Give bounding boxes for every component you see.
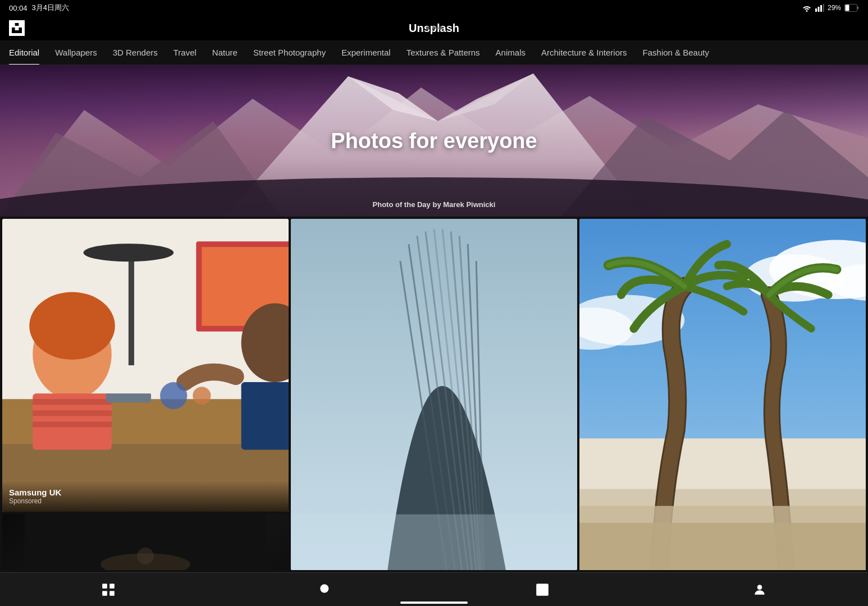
status-date: 3月4日周六 [32,3,69,13]
battery-percent: 29% [828,4,841,12]
svg-rect-1 [817,7,819,12]
signal-icon [815,4,824,12]
svg-rect-62 [579,523,866,570]
nav-editorial[interactable]: Editorial [9,40,47,65]
svg-rect-64 [109,584,115,589]
svg-rect-0 [815,8,817,12]
nav-experimental[interactable]: Experimental [334,40,399,65]
svg-point-34 [84,244,174,261]
svg-rect-26 [33,421,112,427]
add-icon [535,582,550,597]
bottom-nav-profile[interactable] [743,577,776,602]
category-nav: Editorial Wallpapers 3D Renders Travel N… [0,40,868,65]
hero-section: Photos for everyone Photo of the Day by … [0,65,868,217]
app-header: Unsplash [0,16,868,40]
palm-svg [579,219,866,570]
dark-scene-svg [2,514,289,570]
office-scene-svg [2,219,289,512]
bottom-nav-add[interactable] [526,577,559,602]
svg-rect-65 [102,591,107,596]
photo-card-1-main[interactable]: Samsung UK Sponsored [2,219,289,512]
dot-3 [438,26,442,30]
nav-street-photography[interactable]: Street Photography [245,40,334,65]
photo-card-1[interactable]: Samsung UK Sponsored [2,219,289,570]
svg-rect-28 [241,382,289,449]
photo-grid: Samsung UK Sponsored [0,217,868,572]
battery-icon [844,4,859,12]
home-photos-icon [101,582,116,597]
sponsor-name: Samsung UK [9,488,282,497]
building-svg [291,219,577,570]
svg-rect-25 [33,410,112,416]
svg-rect-52 [291,515,577,570]
photo-bg-1 [2,219,289,512]
svg-rect-35 [106,393,151,402]
status-left: 00:04 3月4日周六 [9,3,69,13]
svg-line-68 [328,591,332,595]
bottom-nav-home[interactable] [92,577,125,602]
more-dots[interactable] [426,26,442,30]
search-icon [318,582,333,597]
svg-point-40 [137,548,154,564]
svg-rect-33 [129,252,134,365]
hero-caption-prefix: Photo of the Day by [373,200,444,209]
photo-card-3[interactable] [579,219,866,570]
svg-rect-2 [820,5,822,12]
svg-point-36 [160,382,187,409]
nav-3d-renders[interactable]: 3D Renders [105,40,166,65]
svg-point-22 [29,292,115,360]
unsplash-logo[interactable] [9,20,25,36]
photo-bg-2 [291,219,577,570]
svg-point-67 [320,584,328,593]
bottom-nav-search[interactable] [309,577,342,602]
sponsor-label: Sponsored [9,497,282,505]
logo-svg [12,23,22,33]
svg-rect-5 [846,5,849,11]
svg-point-72 [757,585,762,590]
profile-icon [752,582,767,597]
photo-bg-3 [579,219,866,570]
svg-point-37 [193,387,211,405]
photo-card-2[interactable] [291,219,577,570]
hero-caption: Photo of the Day by Marek Piwnicki [373,200,496,209]
photo-bg-dark [2,514,289,570]
home-indicator [400,602,468,604]
hero-caption-author: Marek Piwnicki [443,200,495,209]
photo-card-1-lower[interactable] [2,514,289,570]
svg-rect-63 [102,584,107,589]
nav-nature[interactable]: Nature [204,40,245,65]
dot-1 [426,26,430,30]
nav-fashion-beauty[interactable]: Fashion & Beauty [635,40,717,65]
svg-rect-66 [109,591,115,596]
nav-travel[interactable]: Travel [166,40,204,65]
nav-textures-patterns[interactable]: Textures & Patterns [399,40,488,65]
status-bar: 00:04 3月4日周六 29% [0,0,868,16]
svg-rect-69 [536,584,549,596]
hero-title: Photos for everyone [331,129,537,153]
nav-architecture[interactable]: Architecture & Interiors [533,40,635,65]
status-right: 29% [802,4,859,12]
svg-rect-3 [823,4,824,12]
svg-rect-24 [33,399,112,405]
nav-wallpapers[interactable]: Wallpapers [47,40,104,65]
wifi-icon [802,4,812,12]
dot-2 [432,26,436,30]
bottom-navigation [0,572,868,606]
nav-animals[interactable]: Animals [488,40,533,65]
photo-card-1-overlay: Samsung UK Sponsored [2,481,289,512]
status-time: 00:04 [9,4,28,12]
